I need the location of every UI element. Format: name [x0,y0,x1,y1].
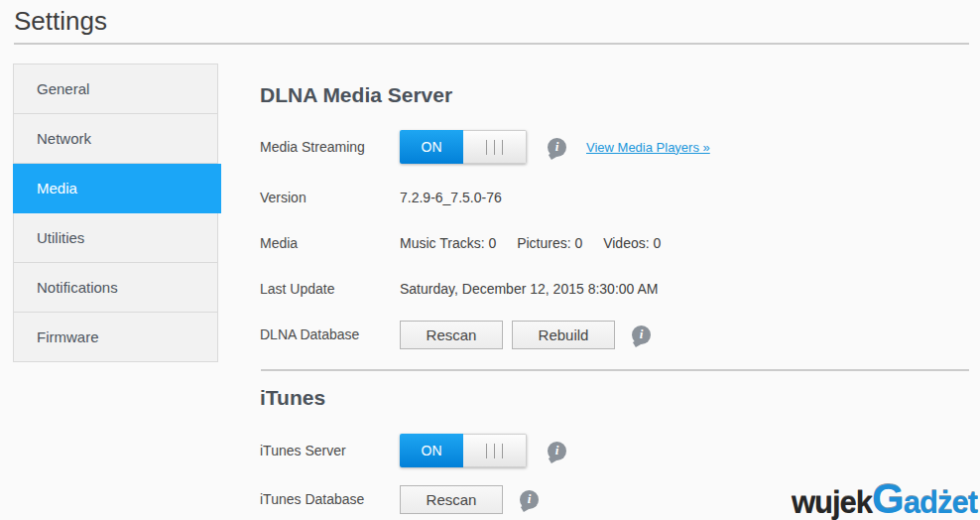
videos-count: Videos: 0 [603,235,661,251]
settings-page: Settings General Network Media Utilities… [0,0,980,520]
media-counts-row: Media Music Tracks: 0 Pictures: 0 Videos… [260,230,677,256]
media-counts: Music Tracks: 0 Pictures: 0 Videos: 0 [400,235,677,251]
sidebar: General Network Media Utilities Notifica… [13,64,218,362]
watermark-logo: wujekGadżet [792,478,977,520]
info-icon[interactable]: i [548,442,566,460]
toggle-grip-icon[interactable] [463,434,527,467]
sidebar-item-general[interactable]: General [14,65,217,114]
toggle-grip-icon[interactable] [463,130,527,164]
dlna-rebuild-button[interactable]: Rebuild [512,321,615,349]
watermark-part1: wujek [792,485,872,520]
media-streaming-row: Media Streaming ON i View Media Players … [260,130,710,164]
dlna-rescan-button[interactable]: Rescan [400,321,503,349]
version-label: Version [260,190,400,205]
info-icon[interactable]: i [520,490,539,509]
itunes-server-label: iTunes Server [260,443,400,458]
toggle-on-state[interactable]: ON [400,434,463,467]
itunes-section-title: iTunes [260,386,325,410]
sidebar-item-utilities[interactable]: Utilities [14,213,217,263]
toggle-on-state[interactable]: ON [400,130,463,164]
sidebar-item-notifications[interactable]: Notifications [14,263,217,313]
dlna-database-label: DLNA Database [260,326,400,342]
view-media-players-link[interactable]: View Media Players » [586,140,710,155]
media-streaming-label: Media Streaming [260,139,400,155]
page-title: Settings [14,6,107,37]
watermark-part2: Gadżet [872,478,977,520]
pictures-count: Pictures: 0 [517,235,582,251]
section-divider [261,369,969,371]
media-label: Media [260,235,400,251]
itunes-database-label: iTunes Database [260,491,400,507]
version-row: Version 7.2.9-6_7.5.0-76 [260,185,502,210]
last-update-row: Last Update Saturday, December 12, 2015 … [260,276,658,302]
dlna-section-title: DLNA Media Server [260,83,452,107]
itunes-database-row: iTunes Database Rescan i [260,484,539,514]
sidebar-item-firmware[interactable]: Firmware [14,313,217,362]
info-icon[interactable]: i [632,325,651,344]
itunes-server-toggle[interactable]: ON [400,434,527,467]
sidebar-item-network[interactable]: Network [14,114,217,164]
itunes-rescan-button[interactable]: Rescan [400,485,503,514]
media-streaming-toggle[interactable]: ON [400,130,527,164]
sidebar-item-media[interactable]: Media [13,164,221,213]
dlna-database-row: DLNA Database Rescan Rebuild i [260,320,651,349]
itunes-server-row: iTunes Server ON i [260,434,566,467]
last-update-label: Last Update [260,281,400,297]
info-icon[interactable]: i [548,138,566,157]
last-update-value: Saturday, December 12, 2015 8:30:00 AM [400,281,658,297]
music-tracks-count: Music Tracks: 0 [400,235,496,251]
version-value: 7.2.9-6_7.5.0-76 [400,190,502,205]
title-divider [14,43,969,45]
